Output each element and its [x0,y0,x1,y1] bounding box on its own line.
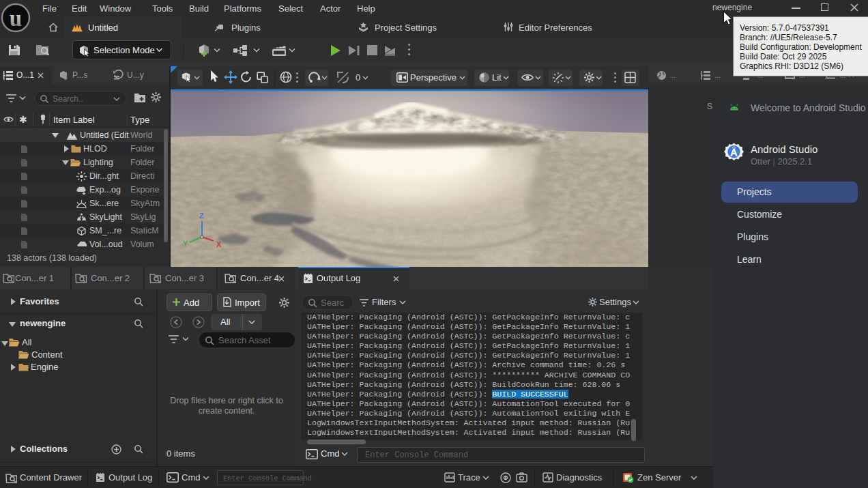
svg-text:Z: Z [199,212,204,220]
svg-text:X: X [216,240,222,248]
svg-text:u: u [10,6,22,31]
svg-text:Y: Y [183,240,188,248]
